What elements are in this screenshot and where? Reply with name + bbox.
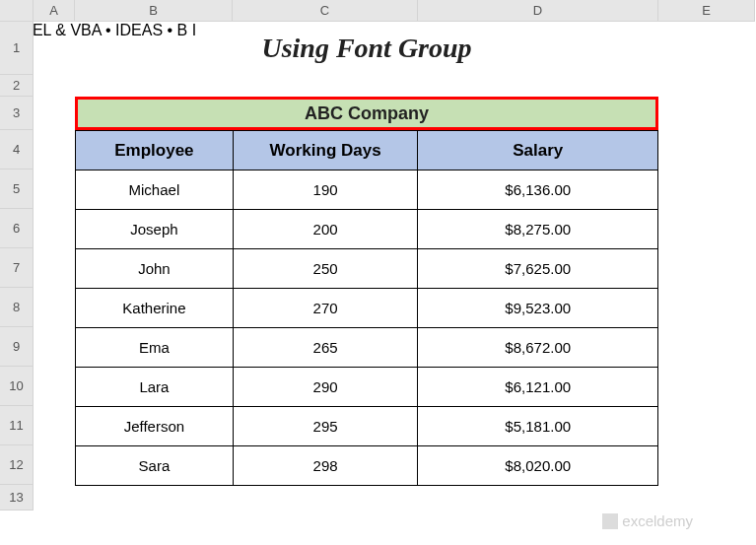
col-header-d[interactable]: D [418, 0, 658, 22]
col-header-e[interactable]: E [658, 0, 755, 22]
cell-employee[interactable]: Sara [76, 446, 234, 486]
table-row: Jefferson295$5,181.00 [76, 407, 658, 446]
row-headers: 1 2 3 4 5 6 7 8 9 10 11 12 13 [0, 22, 34, 511]
cell-working-days[interactable]: 290 [233, 368, 418, 407]
merged-company-cell[interactable]: ABC Company [78, 100, 655, 127]
cell-salary[interactable]: $8,672.00 [418, 328, 658, 368]
col-header-b[interactable]: B [75, 0, 233, 22]
row-header-8[interactable]: 8 [0, 288, 34, 327]
table-row: Lara290$6,121.00 [76, 368, 658, 407]
row-header-13[interactable]: 13 [0, 485, 34, 511]
table-row: Ema265$8,672.00 [76, 328, 658, 368]
header-working-days[interactable]: Working Days [233, 131, 418, 170]
row-header-9[interactable]: 9 [0, 327, 34, 367]
col-header-a[interactable]: A [34, 0, 75, 22]
cell-employee[interactable]: Michael [76, 170, 234, 210]
cell-working-days[interactable]: 250 [233, 249, 418, 289]
highlight-box: ABC Company [75, 97, 658, 130]
cell-working-days[interactable]: 200 [233, 210, 418, 249]
cell-salary[interactable]: $9,523.00 [418, 289, 658, 328]
cell-working-days[interactable]: 265 [233, 328, 418, 368]
row-header-5[interactable]: 5 [0, 170, 34, 209]
data-table: Employee Working Days Salary Michael190$… [75, 130, 658, 486]
header-employee[interactable]: Employee [76, 131, 234, 170]
select-all-corner[interactable] [0, 0, 34, 22]
row-header-11[interactable]: 11 [0, 406, 34, 445]
cell-employee[interactable]: Joseph [76, 210, 234, 249]
table-row: Michael190$6,136.00 [76, 170, 658, 210]
table-row: Joseph200$8,275.00 [76, 210, 658, 249]
table-header-row: Employee Working Days Salary [76, 131, 658, 170]
row-header-3[interactable]: 3 [0, 97, 34, 130]
cell-working-days[interactable]: 295 [233, 407, 418, 446]
cell-employee[interactable]: John [76, 249, 234, 289]
table-row: John250$7,625.00 [76, 249, 658, 289]
page-title: Using Font Group [34, 22, 658, 75]
cell-salary[interactable]: $6,121.00 [418, 368, 658, 407]
cell-employee[interactable]: Ema [76, 328, 234, 368]
cells-area[interactable]: Using Font Group ABC Company Employee Wo… [34, 22, 756, 486]
cell-salary[interactable]: $5,181.00 [418, 407, 658, 446]
cell-working-days[interactable]: 270 [233, 289, 418, 328]
row-header-7[interactable]: 7 [0, 248, 34, 288]
row-header-4[interactable]: 4 [0, 130, 34, 170]
spreadsheet-grid: A B C D E [0, 0, 756, 22]
cell-salary[interactable]: $6,136.00 [418, 170, 658, 210]
row-header-2[interactable]: 2 [0, 75, 34, 97]
cell-employee[interactable]: Lara [76, 368, 234, 407]
row-header-1[interactable]: 1 [0, 22, 34, 75]
row-header-6[interactable]: 6 [0, 209, 34, 248]
cell-working-days[interactable]: 190 [233, 170, 418, 210]
cell-working-days[interactable]: 298 [233, 446, 418, 486]
watermark-brand: exceldemy [622, 512, 693, 529]
watermark-logo-icon [602, 513, 618, 529]
cell-salary[interactable]: $8,020.00 [418, 446, 658, 486]
table-row: Katherine270$9,523.00 [76, 289, 658, 328]
table-row: Sara298$8,020.00 [76, 446, 658, 486]
col-header-c[interactable]: C [233, 0, 418, 22]
cell-employee[interactable]: Jefferson [76, 407, 234, 446]
cell-employee[interactable]: Katherine [76, 289, 234, 328]
header-salary[interactable]: Salary [418, 131, 658, 170]
empty-row-2[interactable] [34, 75, 756, 97]
row-header-12[interactable]: 12 [0, 445, 34, 485]
cell-salary[interactable]: $8,275.00 [418, 210, 658, 249]
row-header-10[interactable]: 10 [0, 367, 34, 406]
watermark: exceldemy [602, 512, 693, 529]
cell-salary[interactable]: $7,625.00 [418, 249, 658, 289]
